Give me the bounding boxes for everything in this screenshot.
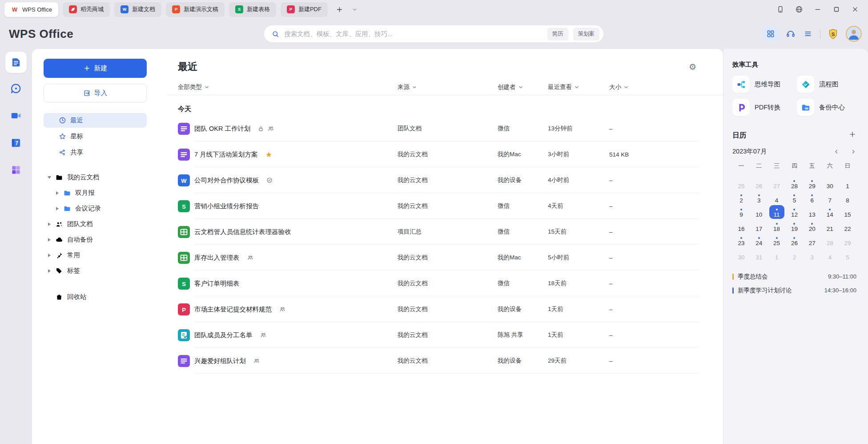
calendar-day[interactable]: 22 [839,219,856,233]
tool-pdf-convert[interactable]: PDF转换 [732,99,797,116]
import-button[interactable]: 导入 [44,84,147,102]
app-tab[interactable]: P 新建演示文稿 [166,2,225,17]
file-row[interactable]: 兴趣爱好组队计划 我的云文档 我的设备 29天前 – [178,348,712,374]
app-tab[interactable]: W 新建文档 [114,2,161,17]
app-tab[interactable]: P 新建PDF [281,2,328,17]
calendar-day[interactable]: 1 [839,176,856,190]
close-button[interactable] [851,5,859,13]
filter-dropdown[interactable]: 全部类型 [178,83,398,91]
calendar-day-selected[interactable]: 11 [768,205,786,219]
calendar-day[interactable]: 8 [839,190,856,205]
support-headset-icon[interactable] [785,28,796,39]
calendar-day[interactable]: 20 [803,219,821,233]
app-tab[interactable]: 稻壳商城 [63,2,110,17]
sidebar-toggle-icon[interactable] [776,5,784,13]
calendar-day[interactable]: 9 [732,205,750,219]
sidebar-item-share[interactable]: 共享 [44,145,147,160]
minimize-button[interactable] [814,5,822,13]
tree-item[interactable]: 我的云文档 [44,170,155,185]
user-avatar[interactable] [846,26,862,42]
calendar-day[interactable]: 30 [732,247,750,262]
file-row[interactable]: 库存出入管理表 我的云文档 我的Mac 5小时前 – [178,245,712,270]
sidebar-item-clock[interactable]: 最近 [44,113,147,128]
file-row[interactable]: 团队成员及分工名单 我的云文档 陈旭 共享 1天前 – [178,322,712,348]
rail-item-apps[interactable] [6,160,26,180]
rail-item-meeting[interactable] [6,106,26,125]
tree-item[interactable]: 常用 [44,247,155,263]
search-tag-resume[interactable]: 简历 [547,28,568,40]
menu-icon[interactable] [803,28,813,39]
file-row[interactable]: W 公司对外合作协议模板 我的云文档 我的设备 4小时前 – [178,167,712,193]
calendar-day[interactable]: 31 [750,247,768,262]
filter-dropdown[interactable]: 来源 [398,83,498,91]
expand-arrow-icon[interactable] [52,207,63,210]
calendar-day[interactable]: 7 [821,190,839,205]
search-input[interactable]: 搜索文档、模板、文库、应用、技巧... 简历 策划案 [264,25,603,42]
calendar-day[interactable]: 25 [768,233,786,247]
calendar-day[interactable]: 16 [732,219,750,233]
tree-item[interactable]: 双月报 [44,185,155,201]
file-row[interactable]: 7 月线下活动策划方案 我的云文档 我的Mac 3小时前 514 KB [178,141,712,167]
calendar-day[interactable]: 6 [803,190,821,205]
calendar-day[interactable]: 29 [839,233,856,247]
calendar-day[interactable]: 29 [803,176,821,190]
calendar-day[interactable]: 3 [750,190,768,205]
calendar-day[interactable]: 18 [768,219,786,233]
calendar-day[interactable]: 30 [821,176,839,190]
calendar-day[interactable]: 25 [732,176,750,190]
new-document-button[interactable]: 新建 [44,59,147,78]
filter-dropdown[interactable]: 最近查看 [548,83,609,91]
tree-item[interactable]: 标签 [44,263,155,279]
file-row[interactable]: P 市场主体登记提交材料规范 我的云文档 我的设备 1天前 – [178,296,712,322]
calendar-day[interactable]: 2 [786,247,804,262]
expand-arrow-icon[interactable] [44,269,55,273]
calendar-prev-icon[interactable] [833,149,840,155]
file-row[interactable]: 团队 OKR 工作计划 团队文档 微信 13分钟前 – [178,116,712,141]
calendar-day[interactable]: 27 [768,176,786,190]
calendar-day[interactable]: 12 [786,205,804,219]
calendar-day[interactable]: 5 [786,190,804,205]
settings-gear-icon[interactable]: ⚙ [689,63,696,71]
calendar-day[interactable]: 15 [839,205,856,219]
calendar-day[interactable]: 4 [821,247,839,262]
rail-item-docs[interactable] [5,52,27,73]
tool-flowchart[interactable]: 流程图 [797,76,856,93]
calendar-day[interactable]: 2 [732,190,750,205]
tool-mindmap[interactable]: 思维导图 [732,76,797,93]
rail-item-chat[interactable] [6,79,26,98]
calendar-day[interactable]: 24 [750,233,768,247]
calendar-day[interactable]: 14 [821,205,839,219]
calendar-day[interactable]: 28 [821,233,839,247]
rail-item-calendar[interactable]: 7 [6,133,26,153]
calendar-event[interactable]: 新季度学习计划讨论 14:30–16:00 [732,283,856,297]
app-tab[interactable]: W WPS Office [4,2,58,17]
expand-arrow-icon[interactable] [44,222,55,226]
maximize-button[interactable] [832,5,840,13]
calendar-day[interactable]: 26 [750,176,768,190]
calendar-day[interactable]: 27 [803,233,821,247]
expand-arrow-icon[interactable] [52,191,63,195]
tree-item[interactable]: 团队文档 [44,216,155,232]
calendar-day[interactable]: 23 [732,233,750,247]
tree-item[interactable]: 会议记录 [44,201,155,216]
calendar-day[interactable]: 10 [750,205,768,219]
calendar-day[interactable]: 4 [768,190,786,205]
app-tab[interactable]: S 新建表格 [229,2,276,17]
file-row[interactable]: S 客户订单明细表 我的云文档 微信 18天前 – [178,270,712,296]
calendar-day[interactable]: 28 [786,176,804,190]
calendar-day[interactable]: 26 [786,233,804,247]
filter-dropdown[interactable]: 大小 [609,83,712,91]
file-row[interactable]: S 营销小组业绩分析报告 我的云文档 微信 4天前 – [178,193,712,219]
calendar-day[interactable]: 5 [839,247,856,262]
membership-badge[interactable]: S [827,28,839,40]
expand-arrow-icon[interactable] [44,238,55,242]
filter-dropdown[interactable]: 创建者 [498,83,548,91]
new-tab-plus-icon[interactable] [336,5,344,13]
search-tag-plan[interactable]: 策划案 [573,28,600,40]
sidebar-item-star[interactable]: 星标 [44,129,147,144]
calendar-day[interactable]: 1 [768,247,786,262]
calendar-add-icon[interactable] [848,130,856,140]
calendar-day[interactable]: 21 [821,219,839,233]
globe-icon[interactable] [795,5,803,13]
calendar-day[interactable]: 13 [803,205,821,219]
